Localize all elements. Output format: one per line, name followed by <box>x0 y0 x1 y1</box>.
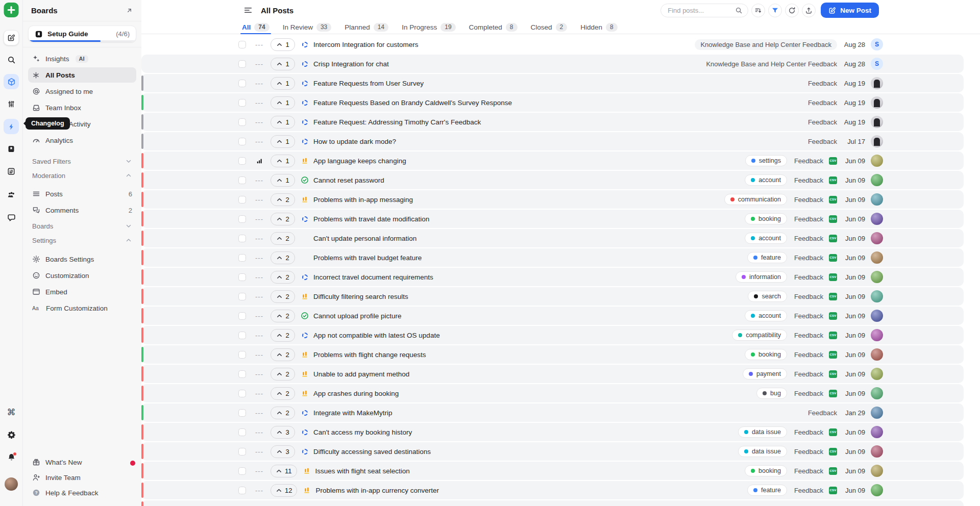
tag-pill[interactable]: account <box>745 174 787 186</box>
tag-pill[interactable]: information <box>736 271 787 283</box>
tag-pill[interactable]: search <box>748 291 787 302</box>
upvote-button[interactable]: 1 <box>271 135 295 148</box>
row-checkbox[interactable] <box>238 196 246 204</box>
post-row[interactable]: ---1Crisp Integration for chatKnowledge … <box>141 55 964 73</box>
tag-pill[interactable]: data issue <box>738 446 787 457</box>
upvote-button[interactable]: 2 <box>271 310 295 322</box>
tab-all[interactable]: All74 <box>242 20 270 34</box>
post-row[interactable]: ---1Feature Requests Based on Brandy Cal… <box>141 93 964 112</box>
row-checkbox[interactable] <box>238 138 246 145</box>
sidebar-item-what-s-new[interactable]: What's New <box>28 455 136 469</box>
post-row[interactable]: 1App language keeps changingsettingsFeed… <box>141 151 964 170</box>
upvote-button[interactable]: 2 <box>271 407 295 419</box>
chat-nav[interactable] <box>4 210 19 225</box>
post-row[interactable]: ---1Intercom Integration for customersKn… <box>141 35 964 54</box>
row-checkbox[interactable] <box>238 80 246 87</box>
tag-pill[interactable]: compatibility <box>732 330 787 341</box>
sidebar-section-boards[interactable]: Boards <box>23 219 141 233</box>
sidebar-item-posts[interactable]: Posts6 <box>28 186 136 201</box>
post-row[interactable]: ---1Cannot reset passwordaccountFeedback… <box>141 171 964 189</box>
sidebar-section-settings[interactable]: Settings <box>23 234 141 247</box>
upvote-button[interactable]: 2 <box>271 329 295 342</box>
row-checkbox[interactable] <box>238 273 246 281</box>
row-checkbox[interactable] <box>238 176 246 184</box>
row-checkbox[interactable] <box>238 41 246 48</box>
search-box[interactable] <box>660 4 748 17</box>
row-checkbox[interactable] <box>238 487 246 494</box>
upvote-button[interactable]: 2 <box>271 193 295 206</box>
sidebar-item-all-posts[interactable]: All Posts <box>28 67 136 83</box>
sort-button[interactable] <box>751 4 765 17</box>
post-row[interactable]: ---1Feature Requests from User SurveyFee… <box>141 74 964 92</box>
tag-pill[interactable]: booking <box>745 465 787 476</box>
export-button[interactable] <box>802 4 816 17</box>
tag-pill[interactable]: payment <box>743 368 787 380</box>
post-row[interactable]: ---2Problems with travel budget featuref… <box>141 248 964 267</box>
tag-pill[interactable]: communication <box>724 194 787 205</box>
post-row[interactable]: ---3Can't access my booking historydata … <box>141 423 964 441</box>
upvote-button[interactable]: 2 <box>271 348 295 361</box>
app-logo[interactable] <box>4 3 19 17</box>
row-checkbox[interactable] <box>238 157 246 165</box>
sidebar-item-help-feedback[interactable]: ?Help & Feedback <box>28 486 136 500</box>
tag-pill[interactable]: account <box>745 233 787 244</box>
upvote-button[interactable]: 1 <box>271 38 295 51</box>
post-row[interactable]: ---2Unable to add payment methodpaymentF… <box>141 365 964 383</box>
post-row[interactable]: ---2Problems with flight change requests… <box>141 345 964 364</box>
upvote-button[interactable]: 1 <box>271 116 295 129</box>
upvote-button[interactable]: 12 <box>271 484 297 497</box>
tag-pill[interactable]: settings <box>745 155 787 166</box>
docs-nav[interactable] <box>4 141 19 157</box>
expand-arrow-icon[interactable] <box>126 7 133 14</box>
row-checkbox[interactable] <box>238 293 246 300</box>
sidebar-section-saved-filters[interactable]: Saved Filters <box>23 155 141 168</box>
upvote-button[interactable]: 1 <box>271 155 295 167</box>
sidebar-section-moderation[interactable]: Moderation <box>23 169 141 182</box>
sidebar-item-boards-settings[interactable]: Boards Settings <box>28 251 136 267</box>
setup-guide-button[interactable]: Setup Guide (4/6) <box>28 26 136 42</box>
post-row[interactable]: ---3Difficulty accessing saved destinati… <box>141 442 964 461</box>
post-row[interactable]: ---2Integrate with MakeMytripFeedbackJan… <box>141 403 964 422</box>
upvote-button[interactable]: 3 <box>271 445 295 458</box>
tab-in-progress[interactable]: In Progress19 <box>402 20 455 34</box>
search-nav[interactable] <box>4 52 19 67</box>
upvote-button[interactable]: 11 <box>271 465 297 477</box>
upvote-button[interactable]: 2 <box>271 368 295 381</box>
post-row[interactable]: ---2Cannot upload profile pictureaccount… <box>141 307 964 325</box>
sidebar-item-invite-team[interactable]: Invite Team <box>28 470 136 485</box>
post-row[interactable]: ---2Problems with in-app messagingcommun… <box>141 190 964 209</box>
view-menu-icon[interactable] <box>243 6 253 15</box>
upvote-button[interactable]: 2 <box>271 232 295 245</box>
user-avatar[interactable] <box>4 476 19 492</box>
tab-planned[interactable]: Planned14 <box>345 20 388 34</box>
filters-nav[interactable] <box>4 96 19 112</box>
row-checkbox[interactable] <box>238 467 246 475</box>
row-checkbox[interactable] <box>238 351 246 359</box>
changelog-nav[interactable] <box>4 119 19 134</box>
sidebar-item-embed[interactable]: Embed <box>28 284 136 299</box>
row-checkbox[interactable] <box>238 390 246 397</box>
feed-nav[interactable] <box>4 164 19 179</box>
row-checkbox[interactable] <box>238 312 246 320</box>
upvote-button[interactable]: 2 <box>271 213 295 225</box>
tab-completed[interactable]: Completed8 <box>469 20 518 34</box>
post-row[interactable]: ---12Problems with in-app currency conve… <box>141 481 964 499</box>
sidebar-item-customization[interactable]: Customization <box>28 268 136 283</box>
settings-nav[interactable] <box>4 427 19 442</box>
tag-pill[interactable]: account <box>745 310 787 321</box>
row-checkbox[interactable] <box>238 332 246 339</box>
upvote-button[interactable]: 1 <box>271 174 295 187</box>
row-checkbox[interactable] <box>238 99 246 107</box>
filter-button[interactable] <box>768 4 782 17</box>
row-checkbox[interactable] <box>238 60 246 68</box>
tag-pill[interactable]: bug <box>756 388 787 399</box>
post-row[interactable]: ---2Incorrect travel document requiremen… <box>141 268 964 286</box>
compose-nav[interactable] <box>4 30 19 45</box>
tag-pill[interactable]: data issue <box>738 426 787 438</box>
sidebar-item-comments[interactable]: Comments2 <box>28 203 136 218</box>
tag-pill[interactable]: feature <box>747 485 787 496</box>
row-checkbox[interactable] <box>238 448 246 456</box>
sidebar-item-assigned-to-me[interactable]: Assigned to me <box>28 84 136 99</box>
upvote-button[interactable]: 3 <box>271 426 295 439</box>
upvote-button[interactable]: 2 <box>271 387 295 400</box>
